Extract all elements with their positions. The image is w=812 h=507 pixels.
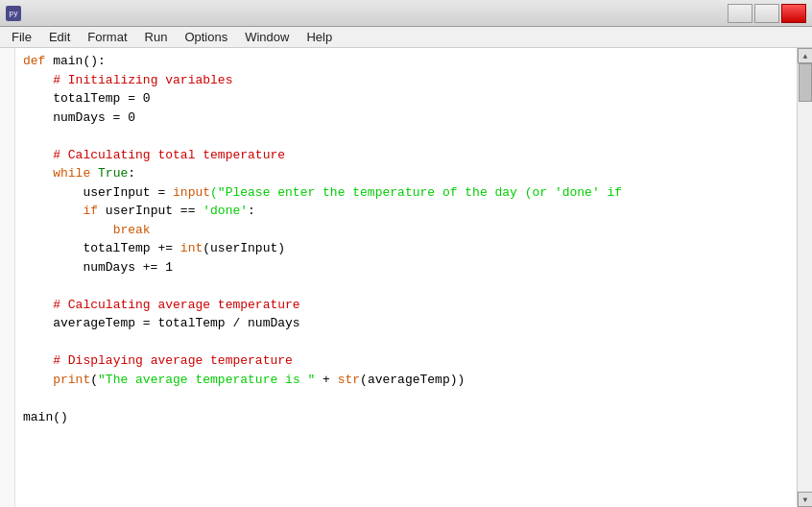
menu-help[interactable]: Help [299,28,340,46]
minimize-button[interactable] [728,4,752,23]
menu-edit[interactable]: Edit [41,28,78,46]
title-bar-left: py [6,6,27,21]
app-icon: py [6,6,21,21]
menu-file[interactable]: File [4,28,39,46]
code-editor[interactable]: def main(): # Initializing variables tot… [15,48,797,507]
menu-run[interactable]: Run [137,28,176,46]
editor-area: def main(): # Initializing variables tot… [0,48,812,507]
title-bar: py [0,0,812,27]
menu-bar: File Edit Format Run Options Window Help [0,27,812,48]
menu-format[interactable]: Format [80,28,134,46]
scroll-down-arrow[interactable]: ▼ [798,492,812,507]
menu-options[interactable]: Options [177,28,235,46]
window-controls [728,4,806,23]
restore-button[interactable] [754,4,779,23]
menu-window[interactable]: Window [237,28,297,46]
vertical-scrollbar[interactable]: ▲ ▼ [797,48,812,507]
scroll-thumb[interactable] [799,63,812,102]
line-gutter [0,48,15,507]
scroll-up-arrow[interactable]: ▲ [798,48,812,63]
close-button[interactable] [781,4,806,23]
